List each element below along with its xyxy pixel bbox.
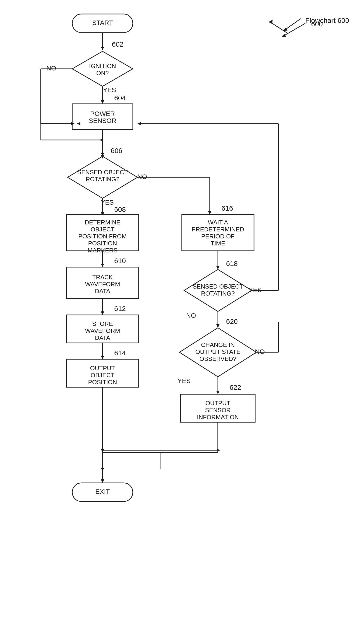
svg-marker-37	[216, 266, 220, 269]
ref-614: 614	[114, 349, 126, 357]
node-616: 616 WAIT A PREDETERMINED PERIOD OF TIME	[182, 204, 254, 251]
node-616-line1: WAIT A	[208, 219, 228, 226]
ref-604: 604	[114, 94, 126, 102]
svg-marker-49	[216, 391, 220, 394]
exit-node: EXIT	[72, 483, 133, 502]
svg-marker-44	[216, 324, 220, 328]
start-label: START	[92, 19, 113, 26]
node-612-line1: STORE	[92, 320, 113, 327]
svg-line-0	[270, 22, 287, 33]
node-610-line3: DATA	[95, 288, 110, 295]
svg-marker-59	[101, 479, 104, 483]
svg-marker-27	[101, 264, 104, 267]
node-616-line3: PERIOD OF	[201, 233, 235, 240]
node-616-line4: TIME	[211, 240, 225, 247]
node-614-line3: POSITION	[88, 379, 117, 386]
node-604-line1: POWER	[90, 110, 115, 117]
node-610-line1: TRACK	[92, 274, 113, 281]
ref-620: 620	[226, 317, 238, 325]
node-608-line2: OBJECT	[91, 226, 115, 233]
label-yes-602: YES	[103, 86, 116, 93]
ref-622: 622	[230, 384, 241, 391]
node-622-line1: OUTPUT	[206, 400, 231, 407]
node-602-line1: IGNITION	[89, 63, 116, 70]
ref-616: 616	[221, 204, 233, 212]
ref-602: 602	[112, 40, 123, 48]
svg-marker-63	[101, 449, 104, 453]
node-602-line2: ON?	[96, 70, 109, 77]
ref-606: 606	[111, 147, 122, 155]
node-614-line2: OBJECT	[91, 372, 115, 379]
node-606-line1: SENSED OBJECT	[77, 169, 128, 176]
node-608-line4: POSITION	[88, 240, 117, 247]
svg-marker-30	[101, 312, 104, 315]
node-608-line1: DETERMINE	[85, 219, 120, 226]
ref-618: 618	[226, 260, 238, 267]
label-no-618: NO	[186, 312, 196, 319]
flowchart-container: Flowchart 600 START 602 IGNITION ON? NO …	[0, 0, 364, 628]
label-no-620: NO	[255, 348, 265, 355]
node-614-line1: OUTPUT	[90, 365, 115, 372]
svg-marker-22	[208, 211, 211, 215]
label-yes-618: YES	[249, 286, 262, 294]
node-620-line2: OUTPUT STATE	[195, 348, 241, 355]
node-620-line3: OBSERVED?	[199, 355, 236, 362]
node-616-line2: PREDETERMINED	[191, 226, 244, 233]
svg-marker-33	[101, 356, 104, 359]
svg-marker-9	[101, 100, 104, 104]
svg-marker-6	[101, 47, 104, 50]
node-608-line3: POSITION FROM	[78, 233, 127, 240]
ref-600-text: 600	[311, 20, 323, 28]
node-610-line2: WAVEFORM	[85, 281, 120, 288]
node-622-line2: SENSOR	[205, 407, 231, 414]
node-618-line1: SENSED OBJECT	[193, 283, 243, 290]
start-node: START	[72, 14, 133, 33]
node-622-line3: INFORMATION	[197, 414, 239, 421]
ref-610: 610	[114, 257, 126, 265]
node-612-line2: WAVEFORM	[85, 327, 120, 334]
exit-label: EXIT	[95, 488, 110, 495]
diagram-ref-600: 600	[282, 20, 323, 37]
node-612-line3: DATA	[95, 334, 110, 341]
label-no-606: NO	[137, 173, 147, 180]
label-no-602: NO	[46, 65, 56, 72]
node-606-line2: ROTATING?	[86, 176, 120, 183]
ref-608: 608	[114, 206, 126, 213]
label-yes-620: YES	[178, 377, 191, 385]
node-604-line2: SENSOR	[89, 117, 116, 124]
node-620-line1: CHANGE IN	[201, 341, 235, 348]
svg-line-2	[284, 19, 301, 30]
ref-600: Flowchart 600	[268, 16, 349, 33]
node-618-line2: ROTATING?	[201, 290, 235, 297]
svg-marker-42	[137, 122, 141, 125]
ref-612: 612	[114, 305, 126, 312]
